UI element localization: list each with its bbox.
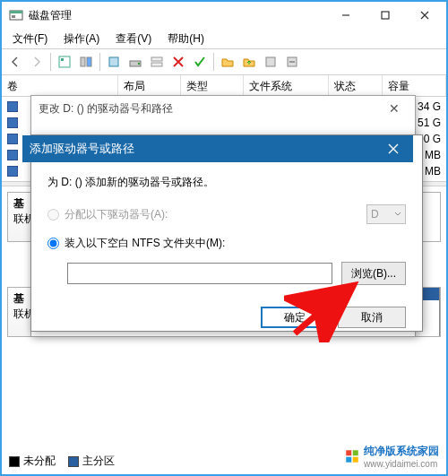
toolbar-icon-1[interactable] bbox=[55, 52, 74, 72]
back-icon[interactable] bbox=[5, 52, 25, 72]
svg-rect-16 bbox=[353, 450, 358, 455]
col-type[interactable]: 类型 bbox=[181, 75, 244, 96]
app-icon bbox=[9, 8, 23, 22]
mount-folder-label: 装入以下空白 NTFS 文件夹中(M): bbox=[65, 236, 225, 251]
col-layout[interactable]: 布局 bbox=[118, 75, 181, 96]
svg-rect-1 bbox=[10, 11, 22, 13]
watermark: 纯净版系统家园 www.yidaimei.com bbox=[344, 444, 439, 469]
toolbar-icon-4[interactable] bbox=[125, 52, 145, 72]
svg-rect-18 bbox=[353, 457, 358, 463]
close-icon[interactable] bbox=[381, 139, 406, 159]
watermark-url: www.yidaimei.com bbox=[364, 459, 439, 469]
svg-rect-15 bbox=[346, 450, 351, 455]
dialog-title: 更改 D: () 的驱动器号和路径 bbox=[39, 101, 381, 117]
svg-rect-3 bbox=[382, 12, 389, 19]
maximize-button[interactable] bbox=[366, 2, 405, 29]
cancel-button[interactable]: 取消 bbox=[338, 307, 406, 328]
toolbar-icon-5[interactable] bbox=[147, 52, 167, 72]
svg-rect-8 bbox=[109, 57, 118, 66]
col-status[interactable]: 状态 bbox=[329, 75, 383, 96]
chevron-down-icon bbox=[394, 211, 401, 218]
ok-button[interactable]: 确定 bbox=[261, 307, 329, 328]
watermark-logo-icon bbox=[344, 448, 360, 464]
toolbar-icon-10[interactable] bbox=[282, 52, 302, 72]
minimize-button[interactable] bbox=[326, 2, 366, 29]
svg-rect-11 bbox=[151, 57, 162, 61]
folder-icon[interactable] bbox=[218, 52, 237, 72]
folder-up-icon[interactable] bbox=[239, 52, 259, 72]
assign-letter-radio-row[interactable]: 分配以下驱动器号(A): D bbox=[47, 203, 406, 226]
svg-rect-6 bbox=[81, 57, 85, 66]
col-capacity[interactable]: 容量 bbox=[383, 75, 446, 96]
toolbar bbox=[2, 48, 446, 75]
menu-action[interactable]: 操作(A) bbox=[56, 30, 107, 48]
drive-letter-select[interactable]: D bbox=[366, 204, 406, 224]
delete-icon[interactable] bbox=[168, 52, 188, 72]
svg-rect-17 bbox=[346, 457, 351, 463]
menu-file[interactable]: 文件(F) bbox=[5, 30, 55, 48]
svg-rect-13 bbox=[266, 57, 275, 66]
assign-letter-radio[interactable] bbox=[47, 209, 59, 221]
col-volume[interactable]: 卷 bbox=[2, 75, 118, 96]
legend-unallocated: 未分配 bbox=[23, 454, 56, 469]
browse-button[interactable]: 浏览(B)... bbox=[341, 262, 406, 285]
svg-rect-2 bbox=[12, 15, 15, 18]
mount-folder-radio-row[interactable]: 装入以下空白 NTFS 文件夹中(M): bbox=[47, 231, 406, 255]
close-button[interactable] bbox=[405, 2, 444, 29]
dialog-lead-text: 为 D: () 添加新的驱动器号或路径。 bbox=[47, 175, 406, 190]
assign-letter-label: 分配以下驱动器号(A): bbox=[65, 207, 168, 222]
svg-rect-5 bbox=[61, 58, 64, 61]
svg-rect-4 bbox=[59, 56, 70, 67]
svg-rect-7 bbox=[87, 57, 91, 66]
menu-view[interactable]: 查看(V) bbox=[108, 30, 159, 48]
volume-grid-header: 卷 布局 类型 文件系统 状态 容量 bbox=[2, 75, 446, 97]
check-icon[interactable] bbox=[190, 52, 210, 72]
titlebar: 磁盘管理 bbox=[2, 2, 446, 29]
toolbar-icon-9[interactable] bbox=[261, 52, 280, 72]
dialog-title: 添加驱动器号或路径 bbox=[30, 141, 381, 157]
col-fs[interactable]: 文件系统 bbox=[244, 75, 329, 96]
legend: 未分配 主分区 bbox=[9, 454, 115, 469]
svg-point-10 bbox=[138, 63, 140, 65]
close-icon[interactable]: ✕ bbox=[381, 101, 408, 116]
legend-primary: 主分区 bbox=[82, 454, 115, 469]
toolbar-icon-3[interactable] bbox=[104, 52, 124, 72]
svg-rect-12 bbox=[151, 63, 162, 66]
menubar: 文件(F) 操作(A) 查看(V) 帮助(H) bbox=[2, 29, 446, 48]
watermark-text: 纯净版系统家园 bbox=[364, 444, 439, 459]
forward-icon[interactable] bbox=[27, 52, 47, 72]
mount-path-input[interactable] bbox=[67, 263, 332, 284]
add-drive-letter-dialog: 添加驱动器号或路径 为 D: () 添加新的驱动器号或路径。 分配以下驱动器号(… bbox=[30, 134, 423, 332]
window-title: 磁盘管理 bbox=[29, 8, 326, 23]
toolbar-icon-2[interactable] bbox=[76, 52, 96, 72]
mount-folder-radio[interactable] bbox=[47, 238, 59, 249]
menu-help[interactable]: 帮助(H) bbox=[160, 30, 211, 48]
